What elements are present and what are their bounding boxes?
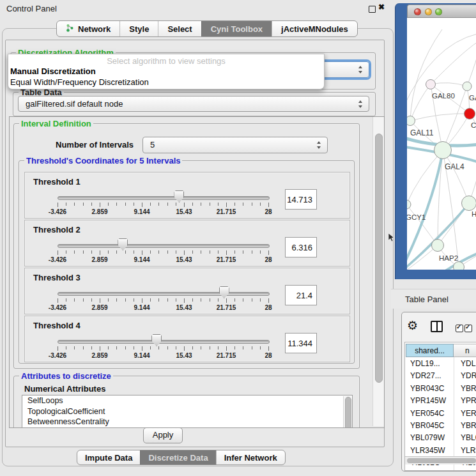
table-data-combo[interactable]: galFiltered.sif default node bbox=[18, 96, 369, 112]
network-node-top-right-node[interactable] bbox=[463, 82, 472, 91]
split-columns-icon[interactable] bbox=[431, 321, 443, 332]
table-row[interactable]: YBR045CYBR0 bbox=[405, 420, 476, 432]
table-row[interactable]: YDR27...YDR2 bbox=[405, 370, 476, 382]
slider-tick bbox=[134, 250, 134, 254]
popup-item-equal-width-frequency[interactable]: Equal Width/Frequency Discretization bbox=[10, 77, 149, 87]
slider-tick bbox=[260, 203, 261, 206]
table-horizontal-scrollbar[interactable] bbox=[405, 456, 476, 464]
tab-cyni-toolbox[interactable]: Cyni Toolbox bbox=[201, 21, 272, 36]
network-window-titlebar[interactable] bbox=[407, 4, 476, 18]
table-row[interactable]: YLR345WYLR3 bbox=[405, 445, 476, 457]
slider-tick bbox=[176, 250, 176, 254]
select-columns-icon[interactable]: ✓ bbox=[464, 325, 472, 332]
slider-track[interactable] bbox=[58, 340, 270, 344]
threshold-title: Threshold 4 bbox=[33, 321, 81, 330]
slider-track[interactable] bbox=[58, 196, 270, 200]
network-edge[interactable] bbox=[431, 42, 476, 84]
combo-arrows-icon bbox=[358, 66, 363, 73]
float-window-icon[interactable] bbox=[369, 6, 376, 13]
network-edge[interactable] bbox=[410, 84, 431, 121]
slider-tick-label: -3.426 bbox=[42, 352, 73, 359]
network-edge[interactable] bbox=[410, 114, 470, 121]
slider-thumb[interactable] bbox=[151, 334, 162, 346]
threshold-value-field[interactable]: 14.713 bbox=[285, 189, 317, 210]
slider-tick bbox=[252, 298, 252, 302]
table-panel-title: Table Panel bbox=[405, 295, 449, 304]
cell-name: YER0 bbox=[461, 408, 476, 420]
tab-impute-data[interactable]: Impute Data bbox=[77, 450, 140, 464]
slider-tick bbox=[218, 298, 219, 302]
threshold-value-field[interactable]: 11.344 bbox=[285, 333, 317, 353]
slider-tick bbox=[142, 250, 142, 255]
node-table[interactable]: shared... n YDL19...YDL1YDR27...YDR2YBR0… bbox=[404, 342, 476, 471]
slider-tick bbox=[58, 250, 58, 255]
table-row[interactable]: YER054CYER0 bbox=[405, 408, 476, 420]
tab-discretize-data[interactable]: Discretize Data bbox=[140, 450, 215, 464]
table-row[interactable]: YPR145WYPR1 bbox=[405, 395, 476, 407]
network-edge[interactable] bbox=[410, 29, 442, 121]
network-edge[interactable] bbox=[431, 83, 467, 86]
slider-thumb[interactable] bbox=[118, 238, 128, 250]
table-row[interactable]: YBL079WYBL0 bbox=[405, 432, 476, 444]
network-node-red-node[interactable] bbox=[464, 109, 475, 119]
scrollbar-thumb[interactable] bbox=[345, 397, 351, 428]
close-traffic-light-icon[interactable] bbox=[414, 8, 421, 15]
slider-track[interactable] bbox=[58, 292, 270, 296]
zoom-traffic-light-icon[interactable] bbox=[435, 8, 442, 15]
tab-label: jActiveMNodules bbox=[281, 24, 348, 34]
slider-tick bbox=[176, 203, 176, 206]
network-node-gal80[interactable] bbox=[426, 80, 436, 89]
popup-item-manual-discretization[interactable]: Manual Discretization bbox=[10, 66, 96, 76]
table-data-combo-value: galFiltered.sif default node bbox=[26, 99, 123, 109]
slider-tick-label: 9.144 bbox=[126, 352, 158, 359]
tab-jactivemnodules[interactable]: jActiveMNodules bbox=[272, 21, 357, 36]
threshold-value-field[interactable]: 6.316 bbox=[285, 237, 317, 257]
network-node-gal4[interactable] bbox=[434, 142, 452, 159]
close-icon[interactable]: ✖ bbox=[378, 3, 385, 12]
network-canvas[interactable]: GAL80GACGAL11GAL4GCY1HHAP2 bbox=[407, 18, 476, 270]
column-header-name[interactable]: n bbox=[454, 344, 476, 357]
tab-label: Discretize Data bbox=[148, 453, 208, 463]
table-row[interactable]: YDL19...YDL1 bbox=[405, 358, 476, 370]
slider-tick-label: 9.144 bbox=[126, 208, 158, 215]
list-scrollbar[interactable] bbox=[343, 396, 351, 428]
slider-tick bbox=[192, 250, 193, 254]
tab-infer-network[interactable]: Infer Network bbox=[216, 450, 285, 464]
scrollbar-thumb[interactable] bbox=[407, 458, 476, 463]
list-item[interactable]: BetweennessCentrality bbox=[22, 417, 352, 427]
minimize-traffic-light-icon[interactable] bbox=[425, 8, 432, 15]
settings-gear-icon[interactable]: ⚙ bbox=[407, 319, 418, 332]
slider-tick bbox=[201, 346, 201, 349]
tab-select[interactable]: Select bbox=[158, 21, 201, 36]
slider-tick bbox=[150, 298, 151, 302]
number-of-intervals-combo[interactable]: 5 bbox=[142, 137, 328, 153]
numerical-attributes-list[interactable]: SelfLoopsTopologicalCoefficientBetweenne… bbox=[22, 395, 353, 428]
node-label-red-node: C bbox=[471, 121, 476, 129]
network-node-gcy1[interactable] bbox=[407, 200, 411, 209]
network-node-gal11[interactable] bbox=[407, 116, 415, 126]
table-row[interactable]: YBR043CYBR0 bbox=[405, 383, 476, 395]
slider-tick bbox=[125, 346, 126, 349]
threshold-value-field[interactable]: 21.4 bbox=[285, 285, 317, 305]
mouse-cursor bbox=[388, 233, 395, 242]
network-node-h-node[interactable] bbox=[462, 196, 476, 211]
tab-network[interactable]: Network bbox=[57, 21, 119, 36]
list-item[interactable]: SelfLoops bbox=[22, 395, 352, 406]
node-label-gal4: GAL4 bbox=[445, 162, 464, 171]
column-header-shared[interactable]: shared... bbox=[406, 344, 454, 357]
network-node-bottom-node[interactable] bbox=[454, 262, 464, 270]
cell-name: YPR1 bbox=[461, 395, 476, 407]
slider-thumb[interactable] bbox=[174, 190, 184, 203]
slider-tick bbox=[218, 250, 219, 254]
slider-tick bbox=[150, 250, 151, 254]
apply-button[interactable]: Apply bbox=[143, 427, 183, 443]
scrollbar-thumb[interactable] bbox=[375, 134, 383, 383]
list-item[interactable]: TopologicalCoefficient bbox=[22, 406, 352, 417]
slider-tick bbox=[108, 250, 109, 254]
network-node-hap2[interactable] bbox=[432, 240, 444, 252]
tab-style[interactable]: Style bbox=[119, 21, 158, 36]
select-columns-icon[interactable]: ✓ bbox=[456, 325, 463, 332]
settings-scrollbar[interactable] bbox=[372, 117, 384, 426]
slider-thumb[interactable] bbox=[219, 286, 229, 298]
slider-track[interactable] bbox=[58, 244, 270, 248]
